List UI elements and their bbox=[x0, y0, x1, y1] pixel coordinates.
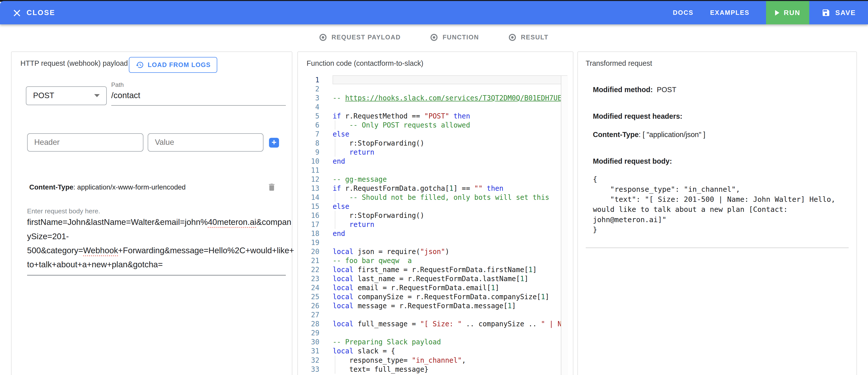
chevron-down-icon bbox=[94, 94, 100, 97]
code-line-text: return bbox=[333, 220, 561, 229]
code-line: 13if r.RequestFormData.gotcha[1] == "" t… bbox=[307, 184, 573, 193]
view-toggle-row: REQUEST PAYLOADFUNCTIONRESULT bbox=[0, 34, 868, 41]
code-line-text: local companySize = r.RequestFormData.co… bbox=[333, 292, 561, 301]
code-line: 24local email = r.RequestFormData.email[… bbox=[307, 283, 573, 292]
code-line-text bbox=[333, 84, 561, 93]
eye-icon bbox=[509, 34, 516, 41]
code-line-text: local message = r.RequestFormData.messag… bbox=[333, 301, 561, 310]
code-line: 31local slack = { bbox=[307, 346, 573, 355]
load-from-logs-label: LOAD FROM LOGS bbox=[148, 61, 211, 69]
code-line: 29 bbox=[307, 328, 573, 337]
code-line-text: local last_name = r.RequestFormData.last… bbox=[333, 274, 561, 283]
add-header-button[interactable]: + bbox=[269, 138, 279, 148]
code-line-text: return bbox=[333, 147, 561, 157]
code-line: 33 text= full_message} bbox=[307, 365, 573, 374]
tab-result[interactable]: RESULT bbox=[509, 34, 549, 41]
transformed-request-panel: Transformed request Modified method: POS… bbox=[578, 52, 857, 375]
line-number: 4 bbox=[307, 103, 319, 111]
load-from-logs-button[interactable]: LOAD FROM LOGS bbox=[129, 57, 217, 73]
line-number: 26 bbox=[307, 302, 319, 310]
line-number: 2 bbox=[307, 85, 319, 93]
tab-request-payload[interactable]: REQUEST PAYLOAD bbox=[319, 34, 401, 41]
modified-body-line: } bbox=[593, 225, 847, 235]
modified-headers-label: Modified request headers: bbox=[593, 112, 847, 121]
line-number: 30 bbox=[307, 338, 319, 346]
line-number: 18 bbox=[307, 230, 319, 237]
request-payload-panel: HTTP request (webhook) payload LOAD FROM… bbox=[11, 52, 292, 375]
line-number: 7 bbox=[307, 130, 319, 138]
line-number: 21 bbox=[307, 257, 319, 265]
line-number: 6 bbox=[307, 121, 319, 129]
tab-function[interactable]: FUNCTION bbox=[431, 34, 479, 41]
header-name-input[interactable] bbox=[27, 133, 144, 151]
code-line-text: response_type= "in_channel", bbox=[333, 356, 561, 365]
result-panel-title: Transformed request bbox=[586, 59, 652, 68]
code-line: 9 return bbox=[307, 147, 573, 157]
function-code-panel: Function code (contactform-to-slack) 123… bbox=[298, 52, 574, 375]
code-line-text: local full_message = "[ Size: " .. compa… bbox=[333, 319, 561, 328]
line-number: 33 bbox=[307, 365, 319, 373]
code-line: 21-- foo bar qweqw a bbox=[307, 256, 573, 265]
code-line-text bbox=[333, 238, 561, 247]
close-icon bbox=[13, 9, 21, 16]
code-line-text bbox=[333, 75, 567, 84]
code-line-text: local email = r.RequestFormData.email[1] bbox=[333, 283, 561, 292]
code-line: 19 bbox=[307, 238, 573, 247]
function-panel-title: Function code (contactform-to-slack) bbox=[307, 59, 424, 68]
code-line-text: local first_name = r.RequestFormData.fir… bbox=[333, 265, 561, 274]
function-editor-window: CLOSE DOCS EXAMPLES RUN SAVE REQUEST PAY… bbox=[0, 0, 868, 375]
code-line: 20local json = require("json") bbox=[307, 247, 573, 256]
close-button[interactable]: CLOSE bbox=[13, 8, 55, 17]
code-line-text: text= full_message} bbox=[333, 365, 561, 374]
docs-button[interactable]: DOCS bbox=[673, 9, 693, 16]
code-line-text: if r.RequestFormData.gotcha[1] == "" the… bbox=[333, 184, 561, 193]
modified-body-label: Modified request body: bbox=[593, 157, 847, 165]
tab-label: RESULT bbox=[521, 34, 549, 41]
modified-body-line: john@meteron.ai]" bbox=[593, 215, 847, 225]
modified-header-name: Content-Type bbox=[593, 131, 639, 139]
modified-body-line: would like to talk about a new plan [Con… bbox=[593, 204, 847, 214]
run-button[interactable]: RUN bbox=[766, 1, 809, 24]
line-number: 24 bbox=[307, 284, 319, 292]
modified-method-label: Modified method: bbox=[593, 86, 653, 94]
header-value-input[interactable] bbox=[148, 133, 264, 151]
line-number: 31 bbox=[307, 347, 319, 355]
close-label: CLOSE bbox=[27, 8, 55, 17]
delete-icon bbox=[267, 182, 276, 192]
line-number: 12 bbox=[307, 175, 319, 183]
code-line-text bbox=[333, 102, 561, 111]
code-line: 28local full_message = "[ Size: " .. com… bbox=[307, 319, 573, 328]
code-line-text: -- foo bar qweqw a bbox=[333, 256, 561, 265]
line-number: 16 bbox=[307, 211, 319, 219]
delete-header-button[interactable] bbox=[267, 182, 276, 192]
method-select-value: POST bbox=[33, 91, 54, 100]
line-number: 14 bbox=[307, 193, 319, 201]
save-button[interactable]: SAVE bbox=[809, 1, 868, 24]
examples-button[interactable]: EXAMPLES bbox=[710, 9, 749, 16]
line-number: 28 bbox=[307, 320, 319, 328]
code-line-text: -- Only POST requests allowed bbox=[333, 121, 561, 130]
line-number: 22 bbox=[307, 266, 319, 274]
line-number: 5 bbox=[307, 112, 319, 120]
line-number: 25 bbox=[307, 293, 319, 301]
request-body-input[interactable]: firstName=John&lastName=Walter&email=joh… bbox=[27, 215, 285, 272]
run-label: RUN bbox=[784, 9, 800, 17]
tab-label: REQUEST PAYLOAD bbox=[332, 34, 401, 41]
eye-icon bbox=[431, 34, 437, 41]
code-line-text bbox=[333, 310, 561, 319]
code-editor[interactable]: 123-- https://hooks.slack.com/services/T… bbox=[307, 75, 573, 375]
modified-body-line: "text": "[ Size: 201-500 | Name: John Wa… bbox=[593, 194, 847, 204]
modified-body-line: { bbox=[593, 174, 847, 184]
path-input[interactable]: /contact bbox=[111, 91, 141, 100]
line-number: 23 bbox=[307, 275, 319, 283]
save-label: SAVE bbox=[835, 9, 856, 17]
code-line-text: -- Should not be filled, only bots will … bbox=[333, 193, 561, 202]
code-line: 6 -- Only POST requests allowed bbox=[307, 121, 573, 130]
modified-body-json: { "response_type": "in_channel", "text":… bbox=[593, 174, 847, 235]
editor-scrollbar[interactable] bbox=[561, 76, 568, 375]
eye-icon bbox=[319, 34, 327, 41]
code-line-text: local slack = { bbox=[333, 346, 561, 355]
method-select[interactable]: POST bbox=[26, 87, 107, 105]
path-field-label: Path bbox=[111, 81, 124, 88]
code-line: 12-- gg-message bbox=[307, 175, 573, 184]
